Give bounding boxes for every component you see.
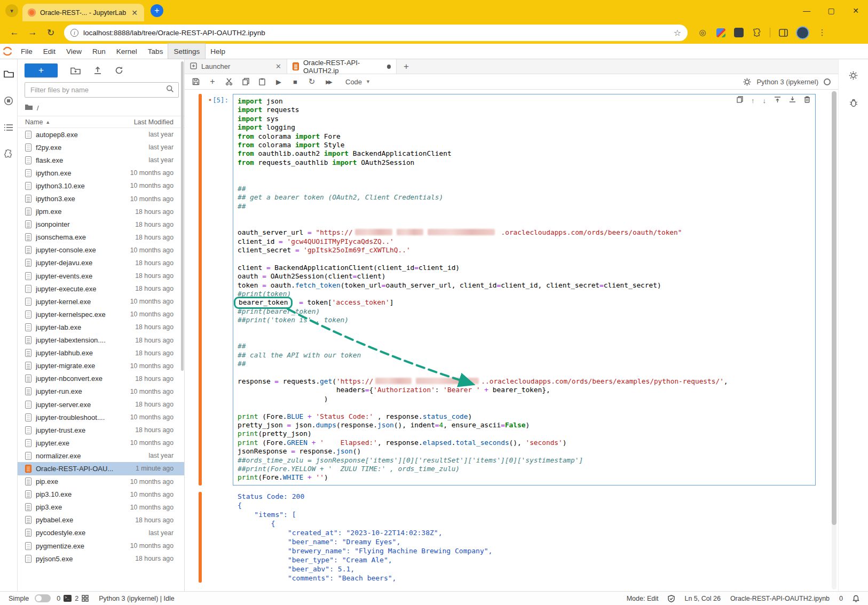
- file-row[interactable]: jupyter-console.exe10 months ago: [18, 244, 184, 257]
- extensions-puzzle-icon[interactable]: [752, 27, 762, 38]
- tab-close-icon[interactable]: ✕: [130, 9, 139, 17]
- file-row[interactable]: ipython3.exe10 months ago: [18, 192, 184, 205]
- file-row[interactable]: jlpm.exe18 hours ago: [18, 205, 184, 218]
- bell-icon[interactable]: [853, 595, 859, 602]
- new-folder-icon[interactable]: [70, 67, 81, 75]
- browser-tab[interactable]: Oracle-REST-... - JupyterLab ✕: [22, 4, 144, 21]
- filter-files-input[interactable]: [29, 85, 166, 94]
- file-row[interactable]: pybabel.exe18 hours ago: [18, 514, 184, 527]
- menu-file[interactable]: File: [15, 44, 38, 59]
- code-editor[interactable]: import jsonimport requestsimport sysimpo…: [233, 94, 816, 485]
- side-panel-icon[interactable]: [778, 27, 788, 38]
- running-kernels-icon[interactable]: [4, 96, 13, 108]
- delete-cell-icon[interactable]: [804, 96, 810, 105]
- filter-files-box[interactable]: [25, 82, 179, 98]
- file-row[interactable]: f2py.exelast year: [18, 141, 184, 154]
- kernel-status-icon[interactable]: [824, 78, 831, 85]
- kernel-settings-icon[interactable]: [743, 78, 751, 86]
- debugger-icon[interactable]: [849, 98, 858, 109]
- menu-run[interactable]: Run: [87, 44, 111, 59]
- scrollbar-thumb[interactable]: [832, 91, 837, 525]
- cursor-position[interactable]: Ln 5, Col 26: [684, 595, 720, 602]
- reload-icon[interactable]: ↻: [43, 25, 59, 41]
- browser-action-icon-2[interactable]: [715, 27, 726, 38]
- cell-type-select[interactable]: Code ▼: [345, 78, 370, 86]
- file-row[interactable]: jupyter-execute.exe18 hours ago: [18, 282, 184, 295]
- property-inspector-icon[interactable]: [849, 71, 858, 82]
- url-bar[interactable]: i localhost:8888/lab/tree/Oracle-REST-AP…: [64, 25, 688, 41]
- sessions-indicator[interactable]: 0 2: [57, 595, 89, 602]
- menu-edit[interactable]: Edit: [38, 44, 61, 59]
- code-cell[interactable]: •[5]: import jsonimport requestsimport s…: [185, 90, 838, 485]
- site-info-icon[interactable]: i: [70, 29, 78, 37]
- table-of-contents-icon[interactable]: [4, 124, 13, 133]
- refresh-icon[interactable]: [115, 66, 123, 75]
- file-row[interactable]: jupyter-trust.exe18 hours ago: [18, 424, 184, 436]
- file-row[interactable]: jupyter-nbconvert.exe18 hours ago: [18, 372, 184, 385]
- move-cell-down-icon[interactable]: ↓: [763, 97, 767, 105]
- profile-avatar[interactable]: [796, 26, 809, 39]
- sort-by-modified[interactable]: Last Modified: [134, 118, 173, 126]
- cut-cell-icon[interactable]: [225, 78, 233, 85]
- file-row[interactable]: pyjson5.exe18 hours ago: [18, 552, 184, 565]
- file-row[interactable]: jupyter-server.exe18 hours ago: [18, 398, 184, 411]
- simple-mode-toggle[interactable]: [35, 594, 51, 602]
- folder-icon[interactable]: [25, 104, 33, 112]
- file-row[interactable]: ipython.exe10 months ago: [18, 166, 184, 179]
- file-browser-icon[interactable]: [4, 70, 14, 80]
- run-cell-icon[interactable]: ▶: [275, 78, 282, 86]
- kernel-status-text[interactable]: Python 3 (ipykernel) | Idle: [99, 595, 175, 602]
- maximize-button[interactable]: ▢: [819, 0, 843, 21]
- notebook-scrollbar[interactable]: [832, 91, 837, 590]
- stop-kernel-icon[interactable]: ■: [291, 78, 299, 86]
- tab-search-icon[interactable]: ▾: [5, 4, 18, 17]
- add-tab-button[interactable]: +: [397, 59, 416, 74]
- insert-cell-below-icon[interactable]: [789, 96, 796, 105]
- file-row[interactable]: jupyter-run.exe10 months ago: [18, 385, 184, 398]
- duplicate-cell-icon[interactable]: [737, 96, 743, 105]
- back-icon[interactable]: ←: [6, 25, 22, 41]
- copy-cell-icon[interactable]: [242, 78, 249, 85]
- file-row[interactable]: pygmentize.exe10 months ago: [18, 539, 184, 552]
- minimize-button[interactable]: —: [794, 0, 819, 21]
- insert-cell-above-icon[interactable]: [774, 96, 781, 105]
- browser-action-icon-1[interactable]: ◎: [697, 27, 708, 38]
- breadcrumb-root[interactable]: /: [37, 104, 39, 112]
- file-row[interactable]: pycodestyle.exelast year: [18, 527, 184, 539]
- file-row[interactable]: Oracle-REST-API-OAU...1 minute ago: [18, 462, 184, 475]
- add-cell-icon[interactable]: +: [209, 77, 216, 86]
- file-row[interactable]: jupyter-kernelspec.exe10 months ago: [18, 308, 184, 321]
- file-row[interactable]: jupyter-migrate.exe10 months ago: [18, 360, 184, 372]
- file-row[interactable]: ipython3.10.exe10 months ago: [18, 179, 184, 192]
- extension-manager-icon[interactable]: [4, 149, 13, 161]
- menu-view[interactable]: View: [61, 44, 87, 59]
- file-row[interactable]: jupyter-troubleshoot....10 months ago: [18, 411, 184, 424]
- tab-close-icon[interactable]: ✕: [275, 62, 281, 70]
- move-cell-up-icon[interactable]: ↑: [751, 97, 755, 105]
- close-button[interactable]: ✕: [843, 0, 868, 21]
- browser-menu-icon[interactable]: ⋮: [817, 27, 827, 38]
- file-row[interactable]: jupyter-lab.exe18 hours ago: [18, 321, 184, 333]
- file-panel-scrollbar[interactable]: [181, 61, 184, 371]
- file-row[interactable]: jupyter-labextension....18 hours ago: [18, 334, 184, 347]
- file-row[interactable]: pip.exe10 months ago: [18, 475, 184, 488]
- file-row[interactable]: autopep8.exelast year: [18, 128, 184, 141]
- restart-kernel-icon[interactable]: ↻: [308, 77, 315, 86]
- browser-action-icon-3[interactable]: [733, 27, 744, 38]
- menu-tabs[interactable]: Tabs: [143, 44, 169, 59]
- notifications-count[interactable]: 0: [839, 595, 843, 602]
- bookmark-star-icon[interactable]: ☆: [674, 28, 681, 38]
- upload-icon[interactable]: [93, 66, 102, 75]
- file-row[interactable]: jupyter-events.exe18 hours ago: [18, 269, 184, 282]
- file-row[interactable]: jupyter-dejavu.exe18 hours ago: [18, 257, 184, 269]
- editor-mode[interactable]: Mode: Edit: [627, 595, 659, 602]
- sort-by-name[interactable]: Name: [25, 118, 43, 126]
- kernel-name[interactable]: Python 3 (ipykernel): [756, 78, 818, 86]
- file-row[interactable]: jsonpointer18 hours ago: [18, 218, 184, 231]
- file-row[interactable]: flask.exelast year: [18, 154, 184, 166]
- tab-notebook[interactable]: Oracle-REST-API-OAUTH2.ip: [287, 59, 397, 74]
- tab-launcher[interactable]: Launcher ✕: [185, 59, 287, 74]
- file-row[interactable]: jupyter-labhub.exe18 hours ago: [18, 347, 184, 360]
- file-row[interactable]: pip3.exe10 months ago: [18, 501, 184, 514]
- file-row[interactable]: jupyter.exe10 months ago: [18, 436, 184, 449]
